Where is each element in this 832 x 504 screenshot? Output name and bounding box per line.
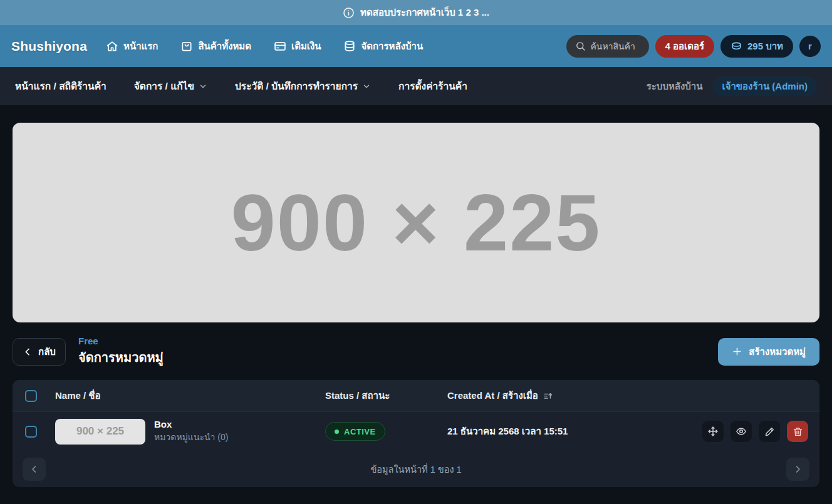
subnav-item-label: หน้าแรก / สถิติร้านค้า [15,78,107,94]
nav-item-label: จัดการหลังบ้าน [361,39,423,54]
balance-amount: 295 บาท [747,39,783,54]
nav-item-label: เติมเงิน [291,39,321,54]
main-navbar: Shushiyona หน้าแรก สินค้าทั้งหมด [0,25,832,67]
row-checkbox[interactable] [25,426,37,438]
coin-icon [731,40,742,52]
category-thumbnail: 900 × 225 [55,419,145,445]
table-pagination: ข้อมูลในหน้าที่ 1 ของ 1 [13,451,819,487]
nav-item-label: หน้าแรก [123,39,158,54]
plus-icon [732,346,742,357]
column-label-name: Name / ชื่อ [55,388,101,403]
category-name: Box [154,419,228,429]
category-name-stack: Box หมวดหมู่แนะนำ (0) [154,419,228,444]
subnav-item-settings[interactable]: การตั้งค่าร้านค้า [398,78,467,94]
navbar-right: 4 ออเดอร์ 295 บาท r [566,35,821,58]
header-name: Name / ชื่อ [55,388,325,403]
row-name-cell: 900 × 225 Box หมวดหมู่แนะนำ (0) [55,419,325,445]
banner-placeholder-text: 900 × 225 [231,177,601,269]
subnav-item-label: ประวัติ / บันทึกการทำรายการ [235,78,358,94]
create-button-label: สร้างหมวดหมู่ [749,344,806,359]
page-title: จัดการหมวดหมู่ [78,347,164,368]
created-at-text: 21 ธันวาคม 2568 เวลา 15:51 [447,424,568,439]
delete-button[interactable] [787,421,808,442]
subnav-item-manage[interactable]: จัดการ / แก้ไข [134,78,207,94]
page-content: 900 × 225 กลับ Free จัดการหมวดหมู่ สร้าง… [0,123,832,487]
previous-page-button[interactable] [23,458,46,481]
home-icon [106,40,118,53]
row-status-cell: ACTIVE [325,422,447,441]
user-avatar[interactable]: r [799,36,821,57]
brand-logo[interactable]: Shushiyona [11,39,87,54]
nav-items: หน้าแรก สินค้าทั้งหมด เติมเงิน [106,39,423,54]
trash-icon [793,426,803,437]
status-text: ACTIVE [344,427,376,436]
announcement-banner: ทดสอบประกาศหน้าเว็บ 1 2 3 ... [0,0,832,25]
table-row[interactable]: 900 × 225 Box หมวดหมู่แนะนำ (0) ACTIVE 2… [13,411,819,451]
pencil-icon [764,426,775,437]
chevron-left-icon [23,347,33,357]
header-checkbox-cell [13,390,55,402]
section-header: กลับ Free จัดการหมวดหมู่ สร้างหมวดหมู่ [13,336,819,368]
search-input[interactable] [591,41,641,51]
subnav-item-label: การตั้งค่าร้านค้า [398,78,467,94]
info-icon [343,7,355,19]
credit-card-icon [274,40,286,53]
category-subtitle: หมวดหมู่แนะนำ (0) [154,430,228,444]
shop-banner-image: 900 × 225 [13,123,819,322]
nav-item-home[interactable]: หน้าแรก [106,39,158,54]
chevron-right-icon [793,465,803,474]
sort-created-control[interactable]: Created At / สร้างเมื่อ [447,388,553,403]
nav-item-label: สินค้าทั้งหมด [198,39,251,54]
row-checkbox-cell [13,426,55,438]
admin-subnav: หน้าแรก / สถิติร้านค้า จัดการ / แก้ไข ปร… [0,67,832,105]
nav-item-backoffice[interactable]: จัดการหลังบ้าน [343,39,423,54]
subnav-item-stats[interactable]: หน้าแรก / สถิติร้านค้า [15,78,107,94]
search-icon [575,41,586,51]
subnav-right: ระบบหลังบ้าน เจ้าของร้าน (Admin) [647,76,817,96]
announcement-text: ทดสอบประกาศหน้าเว็บ 1 2 3 ... [360,5,489,20]
chevron-left-icon [29,465,39,474]
role-badge[interactable]: เจ้าของร้าน (Admin) [713,76,817,96]
chevron-down-icon [199,82,207,91]
orders-badge[interactable]: 4 ออเดอร์ [655,35,714,58]
back-button[interactable]: กลับ [13,338,66,366]
section-titles: Free จัดการหมวดหมู่ [78,336,164,368]
thumbnail-placeholder-text: 900 × 225 [76,425,124,438]
shopping-bag-icon [180,40,193,53]
pagination-status-text: ข้อมูลในหน้าที่ 1 ของ 1 [46,462,786,476]
create-category-button[interactable]: สร้างหมวดหมู่ [718,338,819,366]
row-created-cell: 21 ธันวาคม 2568 เวลา 15:51 [447,421,819,442]
view-button[interactable] [731,421,752,442]
back-button-label: กลับ [38,344,56,359]
edit-button[interactable] [759,421,780,442]
status-badge: ACTIVE [325,422,385,441]
column-label-created: Created At / สร้างเมื่อ [447,388,538,403]
move-icon [707,426,719,437]
categories-table: Name / ชื่อ Status / สถานะ Created At / … [13,380,819,487]
chevron-down-icon [362,82,371,91]
subnav-item-label: จัดการ / แก้ไข [134,78,194,94]
column-label-status: Status / สถานะ [325,390,390,401]
table-header-row: Name / ชื่อ Status / สถานะ Created At / … [13,380,819,411]
database-icon [343,40,356,53]
nav-item-topup[interactable]: เติมเงิน [274,39,321,54]
status-dot-icon [335,429,339,434]
backend-label: ระบบหลังบ้าน [647,79,703,94]
balance-badge[interactable]: 295 บาท [720,35,793,58]
eye-icon [736,426,747,437]
next-page-button[interactable] [786,458,809,481]
reorder-button[interactable] [702,421,724,442]
sort-ascending-icon [543,391,553,401]
nav-item-products[interactable]: สินค้าทั้งหมด [180,39,251,54]
row-actions [702,421,819,442]
header-created: Created At / สร้างเมื่อ [447,388,819,403]
header-status: Status / สถานะ [325,388,447,403]
subnav-item-history[interactable]: ประวัติ / บันทึกการทำรายการ [235,78,371,94]
select-all-checkbox[interactable] [25,390,37,402]
plan-label: Free [78,336,164,346]
product-search[interactable] [566,35,649,58]
